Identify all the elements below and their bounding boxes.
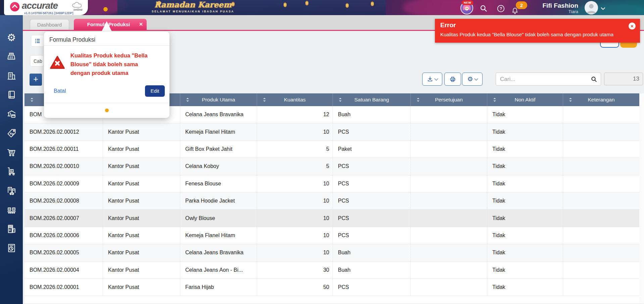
table-row[interactable]: BOM.2026.02.00011Kantor PusatGift Box Pa… (24, 141, 639, 158)
toast-close-icon[interactable]: × (629, 23, 636, 30)
table-cell: Tidak (487, 158, 563, 175)
tab-close-icon[interactable]: ✕ (139, 21, 143, 27)
table-cell: 5 (257, 158, 333, 175)
sidebar-item-ledger[interactable] (0, 85, 23, 104)
divider (44, 103, 169, 103)
user-menu-chevron-icon[interactable] (601, 6, 605, 12)
brand-logo-plate: accurate online v1.0.1#3788-587261 [3499… (4, 0, 88, 15)
column-header-label: Persetujuan (435, 97, 463, 103)
table-scrollbar-track[interactable] (639, 93, 644, 303)
cash-register-icon (6, 51, 17, 62)
user-avatar[interactable] (585, 1, 598, 14)
view-switcher-button[interactable] (31, 35, 44, 47)
table-row[interactable]: BOM.2026.02.00004Kantor PusatCelana Jean… (24, 262, 639, 279)
table-cell: 10 (257, 175, 333, 192)
popover-title: Formula Produksi (49, 36, 95, 43)
table-row[interactable]: BOM.2026.02.00012Kantor PusatKemeja Flan… (24, 123, 639, 140)
download-icon (427, 76, 433, 82)
table-cell (563, 123, 639, 140)
topbar-orange-dot (103, 7, 108, 11)
table-cell: Kantor Pusat (103, 175, 180, 192)
brand-wordmark: accurate (22, 0, 58, 11)
bank-icon (6, 109, 17, 119)
sort-icon (569, 97, 573, 102)
lantern-decor (305, 1, 308, 5)
table-cell: BOM.2026.02.00011 (24, 141, 103, 158)
table-row[interactable]: BOM.2026.02.00006Kantor PusatKemeja Flan… (24, 227, 639, 244)
chevron-down-icon (474, 77, 478, 80)
table-cell: Parka Hoodie Jacket (180, 192, 257, 209)
accurate-logo-icon (10, 2, 19, 11)
table-cell (563, 175, 639, 192)
table-row[interactable]: BOM.2026.02.00008Kantor PusatParka Hoodi… (24, 192, 639, 210)
record-count: 13 (604, 73, 643, 85)
table-cell (563, 227, 639, 244)
sidebar-item-pricing[interactable]: Rp (0, 124, 23, 143)
sidebar-item-company[interactable] (0, 66, 23, 85)
top-bar: Ramadan Kareem SELAMAT MENUNAIKAN IBADAH… (0, 0, 644, 15)
sidebar-item-inventory[interactable] (0, 162, 23, 181)
sidebar-item-manufacturing[interactable] (0, 200, 23, 219)
sidebar-item-purchases[interactable] (0, 143, 23, 162)
sidebar-item-tax[interactable]: TAX (0, 219, 23, 238)
add-formula-button[interactable]: + (30, 74, 42, 86)
download-button[interactable] (422, 73, 442, 86)
error-warning-icon (49, 55, 65, 71)
table-cell: Celana Jeans Aon - Bi... (180, 262, 257, 278)
table-cell: Kantor Pusat (103, 123, 180, 140)
table-row[interactable]: BOM.2026.02.00009Kantor PusatFenesa Blou… (24, 175, 639, 192)
cancel-link[interactable]: Batal (54, 88, 66, 94)
help-icon[interactable]: ? (496, 4, 505, 13)
column-header[interactable]: Kuantitas (257, 93, 333, 106)
table-cell: Tidak (487, 210, 563, 226)
sidebar-item-bank[interactable] (0, 104, 23, 124)
column-header[interactable]: Non Aktif (487, 93, 563, 106)
sort-icon (186, 97, 190, 102)
lantern-decor (284, 3, 287, 7)
company-building-icon (6, 71, 17, 81)
table-cell: Celana Koboy (180, 158, 257, 175)
tab-dashboard[interactable]: Dashboard (30, 19, 69, 30)
table-cell (410, 279, 487, 296)
global-search-icon[interactable] (479, 4, 488, 13)
column-header[interactable]: Satuan Barang (333, 93, 410, 106)
table-cell: 10 (257, 244, 333, 261)
sidebar-item-cash-register[interactable] (0, 47, 23, 66)
table-cell: Gift Box Paket Jahit (180, 141, 257, 158)
table-cell: Buah (333, 262, 410, 278)
sidebar-item-assets[interactable] (0, 181, 23, 200)
search-icon[interactable] (591, 76, 601, 83)
table-settings-button[interactable]: ⚙ (462, 73, 483, 86)
new-badge: NEW (462, 0, 473, 5)
column-header[interactable]: Persetujuan (410, 93, 487, 106)
table-row[interactable]: BOM.2026.02.00005Kantor PusatCelana Jean… (24, 244, 639, 261)
toast-title: Error (440, 21, 456, 29)
column-header[interactable]: Produk Utama (180, 93, 257, 106)
table-cell: Celana Jeans Bravanika (180, 106, 257, 123)
table-cell: 10 (257, 227, 333, 244)
app-version: v1.0.1#3788-587261 [3499P12DP] (24, 11, 73, 15)
table-cell (563, 244, 639, 261)
table-row[interactable]: BOM.2026.02.00007Kantor PusatOwly Blouse… (24, 210, 639, 227)
sidebar-item-settings[interactable]: ⚙ (0, 28, 23, 47)
table-row[interactable]: BOM.2026.02.00001Kantor PusatFarisa Hija… (24, 279, 639, 296)
column-header[interactable]: Keterangan (563, 93, 639, 106)
edit-button[interactable]: Edit (145, 85, 165, 97)
table-cell: Buah (333, 244, 410, 261)
search-input[interactable] (496, 76, 591, 83)
table-cell: Fenesa Blouse (180, 175, 257, 192)
table-cell: 10 (257, 210, 333, 226)
table-row[interactable]: BOM.2026.02.00010Kantor PusatCelana Kobo… (24, 158, 639, 175)
table-cell (410, 262, 487, 278)
branch-filter-chip[interactable]: Cab (30, 55, 44, 67)
sort-icon (31, 97, 34, 102)
print-button[interactable] (444, 73, 461, 86)
table-footer-space (24, 296, 639, 303)
list-view-icon (34, 38, 41, 44)
table-cell: BOM.2026.02.00005 (24, 244, 103, 261)
table-cell: Buah (333, 106, 410, 123)
table-cell: PCS (333, 279, 410, 296)
ramadan-banner-subtitle: SELAMAT MENUNAIKAN IBADAH PUASA (138, 10, 248, 13)
sidebar-item-reports[interactable] (0, 238, 23, 258)
tax-document-icon: TAX (6, 224, 17, 234)
